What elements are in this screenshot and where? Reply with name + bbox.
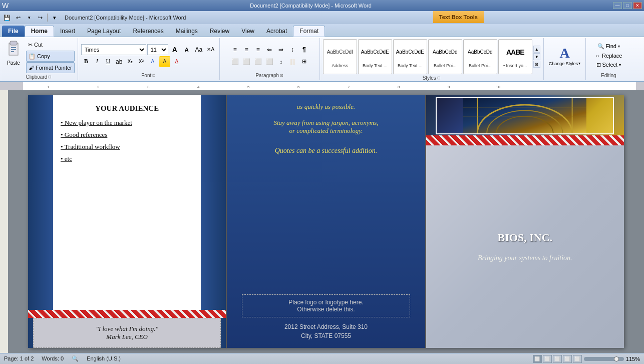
paragraph-expander[interactable]: ⊡ xyxy=(280,73,283,78)
change-styles-button[interactable]: A Change Styles ▾ xyxy=(547,44,583,67)
font-color-button[interactable]: A xyxy=(171,56,182,67)
clipboard-group: Paste ✂Cut 📋Copy 🖌Format Painter Clipboa… xyxy=(0,38,78,80)
font-size-select[interactable]: 11 xyxy=(147,44,168,55)
svg-text:2: 2 xyxy=(97,85,100,89)
list-item: • Good references xyxy=(61,129,193,141)
tab-references[interactable]: References xyxy=(127,26,169,37)
tab-page-layout[interactable]: Page Layout xyxy=(81,26,127,37)
shrink-font-button[interactable]: A xyxy=(181,44,192,55)
toolbar-separator xyxy=(47,14,48,22)
paste-button[interactable]: Paste xyxy=(3,39,24,67)
select-button[interactable]: ⊡Select▾ xyxy=(594,61,623,69)
address-line2: City, STATE 07555 xyxy=(242,331,410,340)
style-item-insert[interactable]: AABE • Insert yo... xyxy=(498,39,532,74)
change-case-button[interactable]: Aa xyxy=(193,44,204,55)
sort-button[interactable]: ↕ xyxy=(287,44,298,55)
text-effects-button[interactable]: A xyxy=(147,56,158,67)
tab-insert[interactable]: Insert xyxy=(54,26,81,37)
bullet-text-2: • Good references xyxy=(61,131,107,139)
grow-font-button[interactable]: A xyxy=(169,44,180,55)
save-button[interactable]: 💾 xyxy=(2,13,12,23)
panel-1-bottom: "I love what I'm doing." Mark Lee, CEO xyxy=(28,310,226,348)
cut-button[interactable]: ✂Cut xyxy=(26,39,75,50)
replace-button[interactable]: ↔Replace xyxy=(593,52,624,60)
italic-button[interactable]: I xyxy=(92,57,102,67)
title-text: Document2 [Compatibility Mode] - Microso… xyxy=(65,15,186,21)
panel-2-bottom: Place logo or logotype here. Otherwise d… xyxy=(227,287,425,348)
style-item-bullet-poi2[interactable]: AaBbCcDd Bullet Poi... xyxy=(463,39,497,74)
increase-indent-button[interactable]: ⇒ xyxy=(275,44,286,55)
quote-box-left: "I love what I'm doing." Mark Lee, CEO xyxy=(33,318,221,348)
clipboard-expander[interactable]: ⊡ xyxy=(48,75,52,79)
outline-icon[interactable]: ⬜ xyxy=(563,355,572,363)
styles-scroll-up[interactable]: ▲ xyxy=(533,46,540,53)
find-button[interactable]: 🔍Find▾ xyxy=(595,42,622,51)
print-layout-icon[interactable]: ⬜ xyxy=(533,355,542,363)
close-button[interactable]: ✕ xyxy=(633,2,642,9)
copy-button[interactable]: 📋Copy xyxy=(26,51,75,62)
tab-acrobat[interactable]: Acrobat xyxy=(260,26,293,37)
style-item-address[interactable]: AaBbCcDdI Address xyxy=(323,39,357,74)
panel2-quote: Quotes can be a successful addition. xyxy=(242,143,410,159)
proofing-icon[interactable]: 🔍 xyxy=(72,355,79,362)
styles-expander[interactable]: ⊡ xyxy=(437,76,441,80)
line-spacing-button[interactable]: ↕ xyxy=(275,56,286,67)
quote-line1: "I love what I'm doing." xyxy=(96,325,158,333)
numbering-button[interactable]: ≡ xyxy=(241,44,252,55)
logo-text1: Place logo or logotype here. xyxy=(246,299,405,306)
tab-mailings[interactable]: Mailings xyxy=(170,26,204,37)
web-layout-icon[interactable]: ⬜ xyxy=(553,355,562,363)
justify-button[interactable]: ⬜ xyxy=(264,56,275,67)
svg-text:8: 8 xyxy=(398,85,400,89)
undo-arrow-button[interactable]: ▾ xyxy=(24,13,34,23)
tab-view[interactable]: View xyxy=(235,26,260,37)
maximize-button[interactable]: □ xyxy=(623,2,632,9)
minimize-button[interactable]: — xyxy=(613,2,622,9)
tab-file[interactable]: File xyxy=(2,26,25,37)
bullets-button[interactable]: ≡ xyxy=(229,44,240,55)
svg-text:6: 6 xyxy=(297,85,300,89)
customize-button[interactable]: ▾ xyxy=(50,13,60,23)
draft-icon[interactable]: ⬜ xyxy=(573,355,582,363)
zoom-slider[interactable] xyxy=(584,357,624,361)
zoom-thumb xyxy=(614,356,619,361)
align-center-button[interactable]: ⬜ xyxy=(241,56,252,67)
tab-format[interactable]: Format xyxy=(293,26,325,37)
format-painter-button[interactable]: 🖌Format Painter xyxy=(26,62,75,73)
bold-button[interactable]: B xyxy=(81,57,91,67)
undo-button[interactable]: ↩ xyxy=(13,13,23,23)
tab-review[interactable]: Review xyxy=(204,26,235,37)
subscript-button[interactable]: X₂ xyxy=(125,57,135,67)
highlight-color-button[interactable]: A xyxy=(159,56,170,67)
panel2-address: 2012 Street Address, Suite 310 City, STA… xyxy=(242,322,410,340)
svg-text:7: 7 xyxy=(348,85,350,89)
align-left-button[interactable]: ⬜ xyxy=(229,56,240,67)
borders-button[interactable]: ⊞ xyxy=(298,56,309,67)
bullet-text-4: • etc xyxy=(61,155,72,163)
styles-scroll-expand[interactable]: ⊡ xyxy=(533,61,540,68)
shading-button[interactable]: ░ xyxy=(287,56,298,67)
multilevel-list-button[interactable]: ≡ xyxy=(252,44,263,55)
clear-format-button[interactable]: ✕A xyxy=(205,44,216,55)
style-item-bullet-poi[interactable]: AaBbCcDd Bullet Poi... xyxy=(428,39,462,74)
align-right-button[interactable]: ⬜ xyxy=(252,56,263,67)
redo-button[interactable]: ↪ xyxy=(35,13,45,23)
show-hide-button[interactable]: ¶ xyxy=(298,44,309,55)
svg-rect-16 xyxy=(0,90,8,353)
style-item-body-text2[interactable]: AaBbCcDdE Body Text ... xyxy=(393,39,427,74)
tab-home[interactable]: Home xyxy=(25,26,54,37)
list-item: • Traditional workflow xyxy=(61,141,193,153)
style-item-body-text[interactable]: AaBbCcDdE Body Text ... xyxy=(358,39,392,74)
full-reading-icon[interactable]: ⬜ xyxy=(543,355,552,363)
strikethrough-button[interactable]: ab xyxy=(114,57,124,67)
svg-text:4: 4 xyxy=(197,85,200,89)
underline-button[interactable]: U xyxy=(103,57,113,67)
styles-scroll-down[interactable]: ▼ xyxy=(533,53,540,60)
decrease-indent-button[interactable]: ⇐ xyxy=(264,44,275,55)
superscript-button[interactable]: X² xyxy=(136,57,146,67)
font-label: Font ⊡ xyxy=(141,72,156,79)
font-family-select[interactable]: Times xyxy=(81,44,146,55)
panel-right: BIOS, INC. Bringing your systems to frui… xyxy=(426,95,624,348)
document-scroll-area[interactable]: YOUR AUDIENCE • New player on the market… xyxy=(8,90,644,353)
font-expander[interactable]: ⊡ xyxy=(152,73,156,78)
